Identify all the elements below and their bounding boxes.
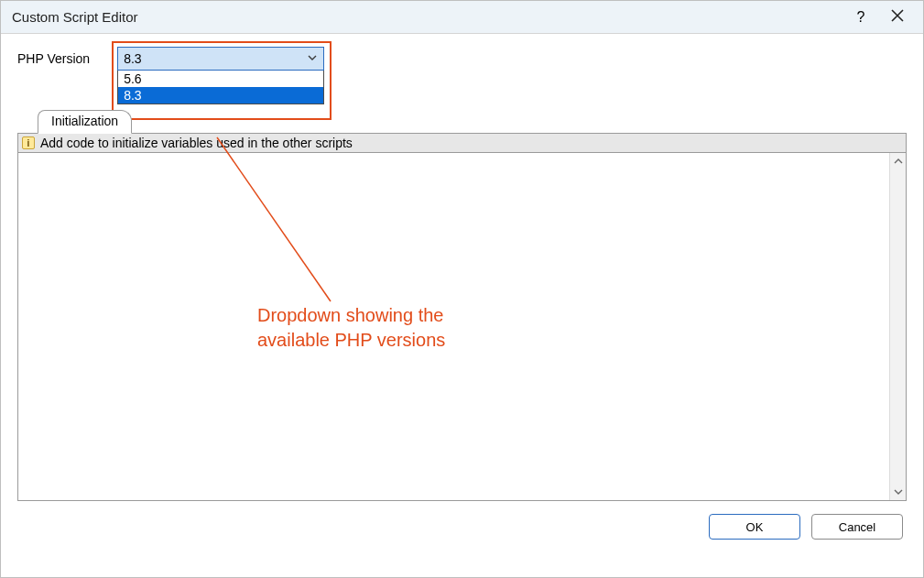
dialog-buttons: OK Cancel — [17, 501, 907, 552]
info-bar: i Add code to initialize variables used … — [17, 134, 907, 153]
title-bar: Custom Script Editor ? — [1, 1, 923, 34]
php-version-selected: 8.3 — [124, 51, 141, 66]
php-version-option[interactable]: 5.6 — [118, 71, 323, 87]
chevron-down-icon — [307, 51, 318, 66]
tab-strip: Initialization — [17, 110, 907, 134]
info-text: Add code to initialize variables used in… — [40, 136, 353, 150]
cancel-button[interactable]: Cancel — [811, 514, 903, 540]
help-icon[interactable]: ? — [842, 9, 879, 26]
php-version-option[interactable]: 8.3 — [118, 87, 323, 104]
tab-initialization[interactable]: Initialization — [38, 110, 132, 134]
client-area: PHP Version 8.3 5.6 8.3 Initialization i — [1, 34, 923, 577]
editor-container — [17, 153, 907, 501]
php-version-field[interactable]: 8.3 — [117, 47, 324, 71]
info-icon: i — [22, 136, 35, 149]
scroll-up-icon[interactable] — [890, 153, 906, 169]
scroll-down-icon[interactable] — [890, 484, 906, 500]
vertical-scrollbar[interactable] — [889, 153, 906, 500]
php-version-label: PHP Version — [17, 47, 90, 66]
php-version-dropdown[interactable]: 8.3 5.6 8.3 — [117, 47, 324, 104]
code-editor[interactable] — [18, 153, 889, 500]
close-icon[interactable] — [879, 9, 916, 25]
php-version-list: 5.6 8.3 — [117, 71, 324, 104]
window-title: Custom Script Editor — [12, 9, 138, 25]
ok-button[interactable]: OK — [709, 514, 800, 540]
dialog-window: Custom Script Editor ? PHP Version 8.3 5… — [0, 0, 924, 578]
